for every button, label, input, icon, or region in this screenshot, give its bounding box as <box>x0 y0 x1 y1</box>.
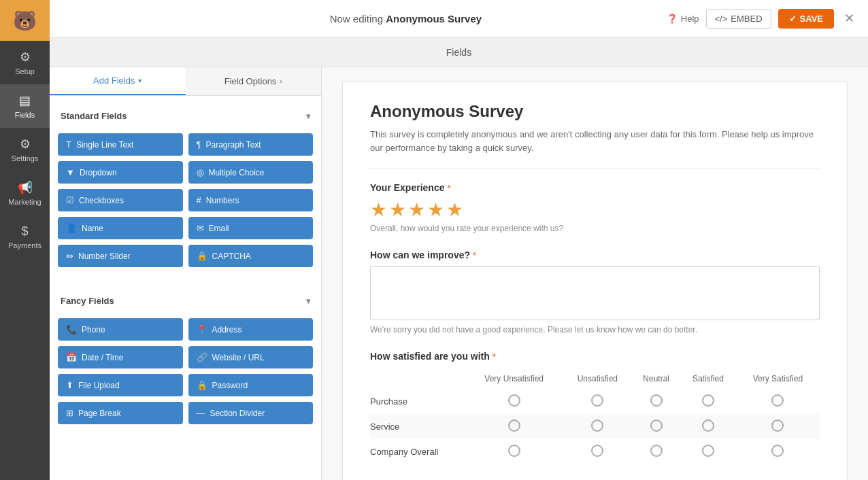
field-btn-number-slider[interactable]: ⇔ Number Slider <box>58 245 183 267</box>
table-row: Company Overall <box>370 439 820 464</box>
field-btn-email[interactable]: ✉ Email <box>188 217 314 239</box>
field-btn-address[interactable]: 📍 Address <box>188 318 314 341</box>
field-btn-checkboxes[interactable]: ☑ Checkboxes <box>58 189 183 211</box>
fancy-fields-grid: 📞 Phone 📍 Address 📅 Date / Time 🔗 <box>58 313 313 430</box>
survey-preview: Anonymous Survey This survey is complete… <box>322 67 868 480</box>
sidebar-item-marketing[interactable]: 📢 Marketing <box>0 171 50 215</box>
fancy-chevron-icon: ▾ <box>306 296 310 306</box>
field-btn-paragraph-text[interactable]: ¶ Paragraph Text <box>188 133 314 156</box>
required-star-satisfied: * <box>493 352 496 362</box>
top-header: Now editing Anonymous Survey ❓ Help </> … <box>50 0 868 37</box>
radio-purchase-satisfied[interactable] <box>702 394 714 407</box>
improve-textarea[interactable] <box>370 266 820 320</box>
sidebar-nav: 🐻 ⚙ Setup ▤ Fields ⚙ Settings 📢 Marketin… <box>0 0 50 480</box>
star-3[interactable]: ★ <box>408 199 425 221</box>
sub-header-title: Fields <box>446 47 471 58</box>
star-4[interactable]: ★ <box>427 199 444 221</box>
standard-fields-grid: T Single Line Text ¶ Paragraph Text ▼ Dr… <box>58 128 313 273</box>
email-icon: ✉ <box>197 223 204 233</box>
radio-purchase-very-satisfied[interactable] <box>771 394 784 407</box>
standard-fields-header[interactable]: Standard Fields ▾ <box>58 104 313 128</box>
radio-company-neutral[interactable] <box>650 445 663 457</box>
question-experience-label: Your Experience * <box>370 182 820 193</box>
question-experience: Your Experience * ★ ★ ★ ★ ★ Overall, how… <box>370 182 820 233</box>
sub-header: Fields <box>50 37 868 67</box>
sidebar-item-setup[interactable]: ⚙ Setup <box>0 41 50 84</box>
col-neutral: Neutral <box>632 368 680 389</box>
experience-sublabel: Overall, how would you rate your experie… <box>370 224 820 233</box>
radio-purchase-very-unsatisfied[interactable] <box>508 394 520 407</box>
col-very-unsatisfied: Very Unsatisfied <box>465 368 563 389</box>
sidebar-item-payments[interactable]: $ Payments <box>0 215 50 258</box>
field-btn-captcha[interactable]: 🔒 CAPTCHA <box>188 245 314 267</box>
settings-icon: ⚙ <box>20 137 31 152</box>
radio-service-very-unsatisfied[interactable] <box>508 419 520 432</box>
field-btn-file-upload[interactable]: ⬆ File Upload <box>58 374 183 396</box>
number-slider-icon: ⇔ <box>66 251 73 261</box>
field-btn-dropdown[interactable]: ▼ Dropdown <box>58 161 183 184</box>
radio-purchase-neutral[interactable] <box>650 394 663 407</box>
question-improve: How can we improve? * We're sorry you di… <box>370 250 820 335</box>
close-button[interactable]: ✕ <box>844 11 854 26</box>
field-btn-page-break[interactable]: ⊞ Page Break <box>58 402 183 424</box>
field-btn-section-divider[interactable]: — Section Divider <box>188 402 314 424</box>
chevron-down-icon: ▾ <box>138 77 141 84</box>
help-button[interactable]: ❓ Help <box>667 14 699 24</box>
captcha-icon: 🔒 <box>197 251 207 261</box>
name-icon: 👤 <box>66 223 77 233</box>
col-satisfied: Satisfied <box>680 368 736 389</box>
star-1[interactable]: ★ <box>370 199 387 221</box>
radio-company-unsatisfied[interactable] <box>591 445 603 457</box>
help-icon: ❓ <box>667 14 678 24</box>
fields-panel: Add Fields ▾ Field Options › Standard Fi… <box>50 67 322 480</box>
table-row: Purchase <box>370 389 820 414</box>
radio-company-satisfied[interactable] <box>702 445 714 457</box>
password-icon: 🔒 <box>197 380 207 390</box>
field-btn-multiple-choice[interactable]: ◎ Multiple Choice <box>188 161 314 184</box>
field-btn-phone[interactable]: 📞 Phone <box>58 318 183 341</box>
sidebar-item-settings[interactable]: ⚙ Settings <box>0 128 50 171</box>
save-button[interactable]: ✓ SAVE <box>778 9 834 29</box>
header-title: Now editing Anonymous Survey <box>330 13 482 24</box>
chevron-right-icon: › <box>280 78 282 85</box>
table-row: Service <box>370 414 820 439</box>
radio-company-very-satisfied[interactable] <box>771 445 784 457</box>
radio-service-very-satisfied[interactable] <box>771 419 784 432</box>
radio-company-very-unsatisfied[interactable] <box>508 445 520 457</box>
col-unsatisfied: Unsatisfied <box>563 368 632 389</box>
star-5[interactable]: ★ <box>446 199 463 221</box>
required-star-experience: * <box>447 183 450 193</box>
paragraph-text-icon: ¶ <box>197 139 201 150</box>
multiple-choice-icon: ◎ <box>197 167 204 177</box>
checkmark-icon: ✓ <box>789 14 797 24</box>
embed-button[interactable]: </> EMBED <box>706 9 771 29</box>
header-actions: ❓ Help </> EMBED ✓ SAVE ✕ <box>667 9 854 29</box>
setup-icon: ⚙ <box>20 50 31 65</box>
field-btn-website-url[interactable]: 🔗 Website / URL <box>188 346 314 368</box>
star-2[interactable]: ★ <box>389 199 406 221</box>
stars-rating[interactable]: ★ ★ ★ ★ ★ <box>370 199 820 221</box>
row-purchase: Purchase <box>370 389 465 414</box>
field-btn-name[interactable]: 👤 Name <box>58 217 183 239</box>
fancy-fields-header[interactable]: Fancy Fields ▾ <box>58 289 313 313</box>
fields-icon: ▤ <box>19 93 31 108</box>
tab-field-options[interactable]: Field Options › <box>186 67 322 95</box>
sidebar-item-fields[interactable]: ▤ Fields <box>0 84 50 128</box>
radio-service-unsatisfied[interactable] <box>591 419 603 432</box>
radio-service-neutral[interactable] <box>650 419 663 432</box>
radio-service-satisfied[interactable] <box>702 419 714 432</box>
single-line-text-icon: T <box>66 139 71 150</box>
field-btn-date-time[interactable]: 📅 Date / Time <box>58 346 183 368</box>
tab-add-fields[interactable]: Add Fields ▾ <box>50 67 186 95</box>
section-divider-icon: — <box>197 408 205 418</box>
radio-purchase-unsatisfied[interactable] <box>591 394 603 407</box>
numbers-icon: # <box>197 195 201 205</box>
checkboxes-icon: ☑ <box>66 195 74 205</box>
required-star-improve: * <box>473 250 476 260</box>
field-btn-numbers[interactable]: # Numbers <box>188 189 314 211</box>
question-improve-label: How can we improve? * <box>370 250 820 260</box>
field-btn-password[interactable]: 🔒 Password <box>188 374 314 396</box>
payments-icon: $ <box>21 224 28 239</box>
field-btn-single-line-text[interactable]: T Single Line Text <box>58 133 183 156</box>
content-row: Add Fields ▾ Field Options › Standard Fi… <box>50 67 868 480</box>
